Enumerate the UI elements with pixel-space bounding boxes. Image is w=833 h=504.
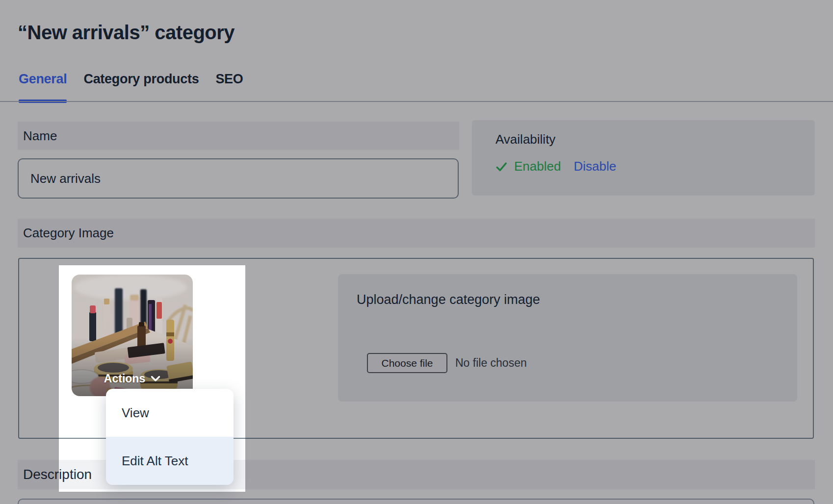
tab-category-products[interactable]: Category products (83, 68, 199, 103)
availability-panel: Availability Enabled Disable (472, 120, 815, 196)
no-file-chosen-text: No file chosen (455, 356, 527, 370)
availability-status-row: Enabled Disable (495, 159, 815, 174)
upload-panel: Upload/change category image Choose file… (338, 274, 797, 402)
category-image-thumbnail[interactable]: Actions (72, 275, 193, 396)
tab-seo[interactable]: SEO (215, 68, 243, 103)
menu-item-view[interactable]: View (106, 389, 234, 437)
name-label: Name (18, 122, 459, 150)
disable-link[interactable]: Disable (573, 159, 616, 174)
menu-item-edit-alt-text[interactable]: Edit Alt Text (106, 437, 234, 485)
chevron-down-icon (151, 376, 160, 382)
category-image-label: Category Image (18, 219, 815, 248)
tab-general[interactable]: General (19, 68, 67, 103)
upload-title: Upload/change category image (357, 292, 540, 307)
choose-file-button[interactable]: Choose file (367, 353, 447, 373)
availability-title: Availability (495, 132, 815, 147)
status-badge: Enabled (514, 159, 561, 174)
check-icon (495, 161, 507, 173)
actions-button-label: Actions (104, 372, 145, 385)
actions-button[interactable]: Actions (72, 372, 193, 385)
actions-dropdown-menu: View Edit Alt Text (106, 389, 234, 485)
file-input[interactable]: Choose file No file chosen (367, 353, 527, 373)
page-title: “New arrivals” category (18, 20, 234, 45)
name-input[interactable] (18, 158, 459, 199)
tabs-divider (0, 101, 833, 102)
tab-bar: General Category products SEO (19, 68, 243, 103)
category-edit-page: “New arrivals” category General Category… (0, 0, 833, 504)
description-editor[interactable] (18, 499, 814, 504)
